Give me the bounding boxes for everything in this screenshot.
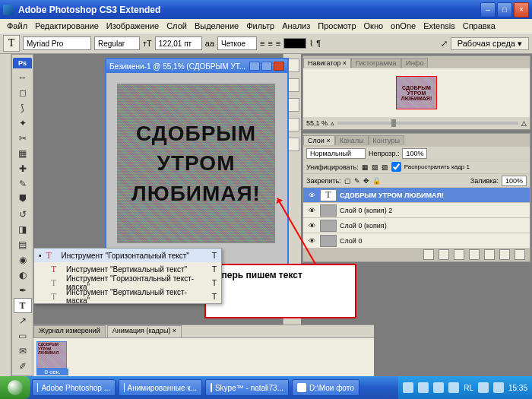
tab-histogram[interactable]: Гистограмма — [351, 58, 401, 68]
lock-icon[interactable]: ✎ — [354, 177, 360, 185]
menu-image[interactable]: Изображение — [103, 21, 163, 30]
marquee-tool-icon[interactable]: ◻ — [14, 85, 32, 100]
tab-layers[interactable]: Слои × — [303, 135, 335, 145]
font-family-select[interactable]: Myriad Pro — [23, 36, 91, 50]
taskbar-item[interactable]: Анимированные к... — [119, 379, 202, 396]
notes-tool-icon[interactable]: ✉ — [14, 344, 32, 359]
tray-icon[interactable] — [403, 382, 413, 393]
doc-close-icon[interactable] — [274, 62, 284, 71]
menu-select[interactable]: Выделение — [191, 21, 242, 30]
clock[interactable]: 15:35 — [508, 384, 527, 392]
delete-layer-icon[interactable] — [515, 249, 525, 260]
tab-paths[interactable]: Контуры — [369, 135, 404, 145]
stamp-tool-icon[interactable]: ⛊ — [14, 192, 32, 207]
antialias-select[interactable]: Четкое — [217, 36, 257, 50]
new-group-icon[interactable] — [484, 249, 495, 260]
adjustment-layer-icon[interactable] — [469, 249, 480, 260]
taskbar-item[interactable]: D:\Мои фото — [292, 379, 359, 396]
zoom-in-icon[interactable]: △ — [521, 119, 527, 127]
visibility-icon[interactable]: 👁 — [306, 207, 317, 214]
layer-row[interactable]: 👁 Слой 0 (копия) — [303, 217, 530, 233]
align-center-icon[interactable]: ≡ — [268, 39, 272, 48]
toolbox-header[interactable]: Ps — [13, 58, 32, 68]
zoom-out-icon[interactable]: ▵ — [331, 119, 334, 127]
new-layer-icon[interactable] — [499, 249, 510, 260]
shape-tool-icon[interactable]: ▭ — [14, 328, 32, 344]
taskbar-item[interactable]: Skype™ - natali73... — [205, 379, 289, 396]
lock-icon[interactable]: 🔒 — [372, 177, 381, 185]
brush-tool-icon[interactable]: ✎ — [14, 176, 32, 192]
layer-style-icon[interactable] — [439, 249, 449, 260]
blend-mode-select[interactable]: Нормальный — [306, 148, 366, 159]
history-brush-icon[interactable]: ↺ — [14, 207, 32, 222]
language-indicator[interactable]: RL — [464, 384, 473, 392]
document-titlebar[interactable]: Безимени-1 @ 55,1% (СДОБРЫМ УТ... — [106, 59, 287, 73]
eyedropper-tool-icon[interactable]: ✐ — [14, 359, 32, 374]
tool-preset-icon[interactable]: T — [3, 35, 20, 52]
font-style-select[interactable]: Regular — [94, 36, 140, 50]
tab-navigator[interactable]: Навигатор × — [303, 58, 351, 68]
tab-channels[interactable]: Каналы — [335, 135, 369, 145]
tray-icon[interactable] — [493, 382, 504, 393]
tab-info[interactable]: Инфо — [401, 58, 429, 68]
maximize-button[interactable]: □ — [497, 2, 512, 17]
layer-mask-icon[interactable] — [454, 249, 464, 260]
tab-animation-frames[interactable]: Анимация (кадры) × — [107, 325, 182, 337]
align-left-icon[interactable]: ≡ — [260, 39, 264, 48]
wand-tool-icon[interactable]: ✦ — [14, 116, 32, 131]
character-panel-icon[interactable]: ¶ — [316, 39, 321, 48]
zoom-slider[interactable] — [337, 122, 518, 125]
dodge-tool-icon[interactable]: ◐ — [14, 268, 32, 283]
workspace-menu[interactable]: Рабочая среда ▾ — [451, 37, 529, 50]
crop-tool-icon[interactable]: ✂ — [14, 131, 32, 146]
warp-text-icon[interactable]: ⌇ — [309, 39, 313, 49]
menu-layer[interactable]: Слой — [163, 21, 191, 30]
menu-file[interactable]: Файл — [3, 21, 31, 30]
align-right-icon[interactable]: ≡ — [276, 39, 280, 48]
slice-tool-icon[interactable]: ▦ — [14, 146, 32, 161]
layer-row[interactable]: 👁 Слой 0 (копия) 2 — [303, 202, 530, 217]
frame-time[interactable]: 0 сек. — [36, 369, 68, 375]
tab-measurement-log[interactable]: Журнал измерений — [33, 325, 106, 337]
tray-icon[interactable] — [418, 382, 429, 393]
menu-help[interactable]: Справка — [459, 21, 499, 30]
tray-icon[interactable] — [433, 382, 444, 393]
type-tool-icon[interactable]: T — [14, 298, 32, 313]
visibility-icon[interactable]: 👁 — [306, 192, 317, 199]
move-tool-icon[interactable]: ↔ — [14, 70, 32, 85]
font-size-field[interactable]: 122,01 пт — [155, 36, 202, 50]
layer-row[interactable]: 👁 Слой 0 — [303, 233, 530, 248]
menu-view[interactable]: Просмотр — [314, 21, 359, 30]
close-button[interactable]: × — [514, 2, 529, 17]
menu-filter[interactable]: Фильтр — [242, 21, 278, 30]
unify-icon[interactable]: ▨ — [382, 163, 388, 171]
menu-extensis[interactable]: Extensis — [420, 21, 459, 30]
blur-tool-icon[interactable]: ◉ — [14, 252, 32, 268]
lock-icon[interactable]: ✥ — [363, 177, 369, 185]
text-color-swatch[interactable] — [283, 38, 306, 49]
lock-icon[interactable]: ▢ — [344, 177, 351, 185]
menu-onone[interactable]: onOne — [387, 21, 420, 30]
tray-icon[interactable] — [478, 382, 489, 393]
visibility-icon[interactable]: 👁 — [306, 222, 317, 230]
fill-field[interactable]: 100% — [502, 176, 527, 186]
doc-maximize-icon[interactable] — [261, 62, 272, 71]
healing-tool-icon[interactable]: ✚ — [14, 161, 32, 176]
navigator-thumbnail[interactable]: СДОБРЫМ УТРОМ ЛЮБИМАЯ! — [396, 76, 437, 109]
zoom-value[interactable]: 55,1 % — [306, 119, 328, 127]
tray-icon[interactable] — [448, 382, 459, 393]
document-canvas[interactable]: СДОБРЫМ УТРОМ ЛЮБИМАЯ! — [117, 84, 275, 243]
pen-tool-icon[interactable]: ✒ — [14, 283, 32, 298]
menu-window[interactable]: Окно — [360, 21, 388, 30]
menu-edit[interactable]: Редактирование — [31, 21, 103, 30]
document-window[interactable]: Безимени-1 @ 55,1% (СДОБРЫМ УТ... СДОБРЫ… — [106, 59, 288, 265]
gradient-tool-icon[interactable]: ▤ — [14, 237, 32, 252]
doc-minimize-icon[interactable] — [249, 62, 260, 71]
animation-frame[interactable]: СДОБРЫМ УТРОМ ЛЮБИМАЯ 0 сек. — [36, 341, 68, 375]
propagate-checkbox[interactable] — [391, 162, 401, 172]
lasso-tool-icon[interactable]: ⟆ — [14, 100, 32, 116]
expand-icon[interactable]: ⤢ — [441, 39, 448, 49]
eraser-tool-icon[interactable]: ◨ — [14, 222, 32, 237]
unify-icon[interactable]: ▦ — [362, 163, 369, 171]
menu-analysis[interactable]: Анализ — [278, 21, 314, 30]
